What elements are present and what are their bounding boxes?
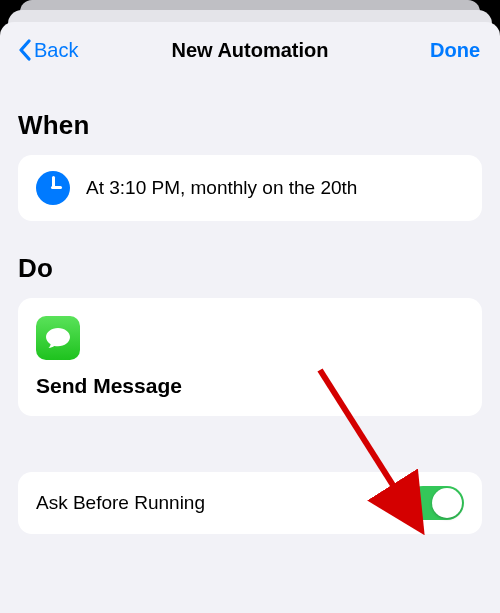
ask-before-running-toggle[interactable]	[406, 486, 464, 520]
messages-app-icon	[36, 316, 80, 360]
modal-sheet: Back New Automation Done When At 3:10 PM…	[0, 22, 500, 613]
when-section-header: When	[18, 110, 482, 141]
when-trigger-row[interactable]: At 3:10 PM, monthly on the 20th	[18, 155, 482, 221]
back-button[interactable]: Back	[14, 35, 82, 66]
back-label: Back	[34, 39, 78, 62]
clock-icon	[36, 171, 70, 205]
ask-before-running-label: Ask Before Running	[36, 492, 205, 514]
do-action-card[interactable]: Send Message	[18, 298, 482, 416]
do-action-title: Send Message	[36, 374, 464, 398]
ask-before-running-row: Ask Before Running	[18, 472, 482, 534]
do-section-header: Do	[18, 253, 482, 284]
nav-bar: Back New Automation Done	[14, 22, 486, 78]
toggle-knob	[432, 488, 462, 518]
when-description: At 3:10 PM, monthly on the 20th	[86, 177, 357, 199]
chevron-left-icon	[18, 39, 32, 61]
done-button[interactable]: Done	[424, 35, 486, 66]
